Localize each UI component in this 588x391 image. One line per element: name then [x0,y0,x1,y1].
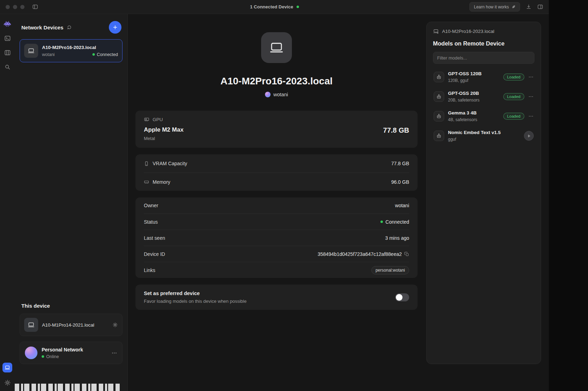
device-item-name: A10-M2Pro16-2023.local [42,45,118,50]
network-avatar [25,347,37,359]
device-list-item-selected[interactable]: A10-M2Pro16-2023.local wotani Connected [20,39,122,62]
learn-button-label: Learn how it works [474,5,509,9]
device-detail-content: A10-M2Pro16-2023.local wotani GPU [135,14,418,310]
app-home-alien-icon[interactable] [3,20,12,28]
laptop-icon [24,318,38,332]
titlebar: 1 Connected Device Learn how it works [0,0,549,14]
app-window: 1 Connected Device Learn how it works [0,0,549,391]
device-details-card: Owner wotani Status Connected Last seen … [135,197,418,278]
device-id-value: 358494b1d0425f723a647c12af88eea2 [317,251,402,257]
device-item-subrow: wotani Connected [42,52,118,57]
model-robot-icon [434,131,444,141]
status-connected-dot [380,221,383,223]
model-name: Gemma 3 4B [448,110,499,116]
refresh-icon[interactable] [67,25,72,30]
model-row[interactable]: GPT-OSS 120B 120B, gguf Loaded [433,67,534,87]
device-hero-laptop-icon [261,32,292,63]
filter-models-input[interactable] [433,52,534,64]
status-value: Connected [380,219,409,225]
download-icon[interactable] [526,4,532,10]
model-info: Gemma 3 4B 4B, safetensors [448,110,499,122]
copy-icon[interactable] [404,252,409,257]
status-text: 1 Connected Device [250,4,293,9]
memory-label: Memory [153,179,170,185]
close-window-button[interactable] [6,5,10,9]
model-info: GPT-OSS 120B 120B, gguf [448,71,499,83]
status-connected-label: Connected [385,219,409,225]
model-meta: gguf [448,137,520,142]
device-id-value-group: 358494b1d0425f723a647c12af88eea2 [317,251,409,257]
panel-device-name: A10-M2Pro16-2023.local [442,29,494,34]
network-status: Online [42,354,83,359]
network-info: Personal Network Online [42,347,83,359]
status-label: Status [144,219,158,225]
last-seen-label: Last seen [144,235,165,241]
traffic-lights [6,5,24,9]
link-chip[interactable]: personal:wotani [371,266,409,274]
left-sidebar-toggle-icon[interactable] [32,4,38,10]
network-devices-icon[interactable] [2,363,12,372]
loaded-badge: Loaded [503,74,524,81]
toggle-knob [396,294,402,301]
memory-row: Memory 96.0 GB [144,173,409,191]
remote-models-panel: A10-M2Pro16-2023.local Models on Remote … [426,22,541,364]
gpu-name: Apple M2 Max [144,126,183,133]
loaded-badge: Loaded [503,113,524,120]
model-row[interactable]: Nomic Embed Text v1.5 gguf [433,126,534,146]
models-stack-icon[interactable] [3,48,12,57]
this-device-card[interactable]: A10-M1Pro14-2021.local [20,314,122,336]
model-list: GPT-OSS 120B 120B, gguf Loaded [433,67,534,146]
personal-network-card[interactable]: Personal Network Online [20,342,122,364]
model-name: GPT-OSS 20B [448,91,499,96]
preferred-device-toggle[interactable] [395,293,409,301]
model-row[interactable]: GPT-OSS 20B 20B, safetensors Loaded [433,87,534,106]
panel-device-header: A10-M2Pro16-2023.local [433,28,534,34]
load-model-play-button[interactable] [524,131,534,141]
network-more-icon[interactable] [111,350,117,356]
terminal-icon[interactable] [3,34,12,42]
links-label: Links [144,267,155,273]
network-name: Personal Network [42,347,83,352]
device-title: A10-M2Pro16-2023.local [135,76,418,87]
model-more-icon[interactable] [528,94,534,99]
model-name: Nomic Embed Text v1.5 [448,130,520,135]
zoom-window-button[interactable] [20,5,24,9]
model-more-icon[interactable] [528,113,534,119]
model-more-icon[interactable] [528,74,534,80]
vram-capacity-row: VRAM Capacity 77.8 GB [144,154,409,173]
gpu-info-row: Apple M2 Max Metal 77.8 GB [144,126,409,141]
vram-label: VRAM Capacity [153,161,187,166]
model-row[interactable]: Gemma 3 4B 4B, safetensors Loaded [433,106,534,126]
owner-avatar [265,92,271,97]
device-list: A10-M2Pro16-2023.local wotani Connected [15,34,127,62]
preferred-device-subtitle: Favor loading models on this device when… [144,299,246,304]
links-value-group: personal:wotani [371,266,409,274]
device-id-label: Device ID [144,251,165,257]
gpu-icon [144,117,149,122]
panel-title: Models on Remote Device [433,40,534,47]
app-body: Network Devices A10-M2Pro16-2023.local [0,14,549,391]
right-sidebar-toggle-icon[interactable] [537,4,543,10]
online-dot [42,355,44,358]
minimize-window-button[interactable] [13,5,17,9]
preferred-device-card: Set as preferred device Favor loading mo… [135,285,418,310]
owner-name: wotani [273,92,288,97]
settings-gear-icon[interactable] [3,378,12,387]
sidebar-bottom: This device A10-M1Pro14-2021.local Perso… [15,303,127,391]
gpu-info: Apple M2 Max Metal [144,126,183,141]
device-item-status-label: Connected [97,52,118,57]
device-settings-gear-icon[interactable] [112,322,118,328]
connected-dot [92,53,95,56]
model-info: GPT-OSS 20B 20B, safetensors [448,91,499,103]
gpu-card-header: GPU [144,117,409,122]
memory-ram-icon [144,179,149,184]
memory-label-group: Memory [144,179,170,185]
add-device-button[interactable] [109,21,121,34]
discover-search-icon[interactable] [3,63,12,71]
learn-how-it-works-button[interactable]: Learn how it works [469,2,520,12]
vram-value: 77.8 GB [391,161,409,166]
gpu-card: GPU Apple M2 Max Metal 77.8 GB [135,111,418,148]
remote-device-icon [433,28,439,34]
model-name: GPT-OSS 120B [448,71,499,76]
device-item-body: A10-M2Pro16-2023.local wotani Connected [42,45,118,57]
